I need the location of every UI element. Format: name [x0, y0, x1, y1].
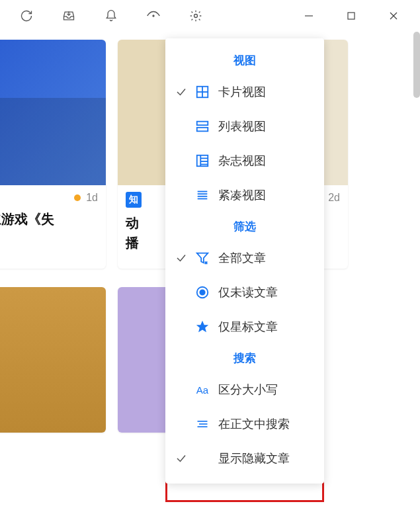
menu-item-label: 卡片视图 [214, 84, 266, 100]
svg-marker-25 [196, 321, 208, 332]
menu-item-all-articles[interactable]: 全部文章 [165, 241, 324, 275]
menu-item-label: 杂志视图 [214, 153, 266, 169]
zhihu-badge-icon: 知 [126, 192, 142, 208]
menu-item-label: 仅星标文章 [214, 319, 278, 335]
menu-item-show-hidden[interactable]: 显示隐藏文章 [165, 441, 324, 476]
star-icon [190, 320, 214, 334]
toolbar [0, 0, 420, 32]
svg-point-24 [200, 290, 204, 294]
inbox-icon[interactable] [48, 0, 90, 32]
bell-icon[interactable] [90, 0, 132, 32]
eye-icon[interactable] [132, 0, 175, 32]
compact-icon [190, 188, 214, 202]
card-thumbnail [0, 40, 106, 185]
menu-item-unread-only[interactable]: 仅未读文章 [165, 275, 324, 310]
maximize-button[interactable] [330, 0, 372, 32]
card-time: 1d [86, 192, 98, 204]
menu-item-label: 显示隐藏文章 [214, 450, 290, 466]
magazine-icon [190, 153, 214, 168]
list-icon [190, 119, 214, 134]
aa-icon: Aa [190, 384, 214, 396]
svg-rect-3 [348, 13, 355, 19]
article-card[interactable] [0, 287, 106, 433]
card-thumbnail [0, 287, 106, 433]
menu-item-label: 在正文中搜索 [214, 416, 290, 432]
menu-section-title: 视图 [165, 46, 324, 75]
menu-item-list-view[interactable]: 列表视图 [165, 109, 324, 144]
minimize-button[interactable] [288, 0, 330, 32]
check-icon [172, 252, 190, 264]
view-options-menu: 视图 卡片视图 列表视图 杂志视图 紧凑视图 筛选 [165, 38, 324, 484]
menu-item-label: 仅未读文章 [214, 284, 278, 300]
menu-item-label: 紧凑视图 [214, 187, 266, 203]
refresh-icon[interactable] [5, 0, 48, 32]
card-time: 2d [328, 192, 340, 204]
svg-rect-9 [197, 122, 208, 126]
svg-point-0 [153, 15, 154, 17]
check-icon [172, 86, 190, 98]
radio-icon [190, 285, 214, 300]
gear-icon[interactable] [175, 0, 217, 32]
menu-item-compact-view[interactable]: 紧凑视图 [165, 178, 324, 212]
unread-dot-icon [74, 194, 81, 201]
menu-section-title: 筛选 [165, 212, 324, 241]
menu-item-magazine-view[interactable]: 杂志视图 [165, 144, 324, 178]
svg-point-1 [194, 14, 198, 17]
menu-item-label: 列表视图 [214, 118, 266, 134]
close-button[interactable] [372, 0, 415, 32]
menu-section-title: 搜索 [165, 344, 324, 372]
menu-item-case-sensitive[interactable]: Aa 区分大小写 [165, 372, 324, 407]
menu-item-card-view[interactable]: 卡片视图 [165, 75, 324, 109]
menu-item-label: 全部文章 [214, 250, 266, 266]
grid-icon [190, 85, 214, 99]
check-icon [172, 452, 190, 464]
svg-rect-10 [197, 128, 208, 132]
menu-item-search-body[interactable]: 在正文中搜索 [165, 407, 324, 441]
funnel-icon [190, 251, 214, 265]
align-icon [190, 417, 214, 431]
menu-item-label: 区分大小写 [214, 382, 278, 398]
menu-item-starred-only[interactable]: 仅星标文章 [165, 310, 324, 344]
card-title: 立游戏《失 [0, 208, 106, 245]
svg-marker-20 [197, 253, 208, 263]
article-card[interactable]: 1d 立游戏《失 [0, 40, 106, 269]
